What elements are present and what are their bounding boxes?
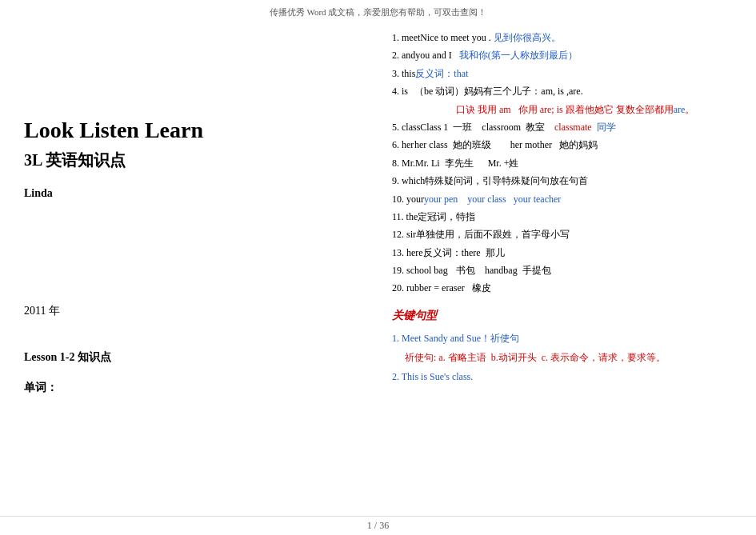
item-num: 19. school bag <box>392 262 456 278</box>
item-num: 10. your <box>392 191 424 207</box>
vocab-item-this: 3. this 反义词：that <box>392 66 740 82</box>
item-num: 8. Mr. <box>392 155 415 171</box>
top-bar-text: 传播优秀 Word 成文稿，亲爱朋您有帮助，可双击查阅！ <box>270 7 487 17</box>
vocab-item-class: 5. class Class 1 一班 classroom 教室 classma… <box>392 119 740 135</box>
left-title-block: Look Listen Learn 3L 英语知识点 Linda 2011 年 … <box>24 118 352 395</box>
key-sentence-1-sub: 祈使句: a. 省略主语 b.动词开头 c. 表示命令，请求，要求等。 <box>392 349 740 365</box>
vocab-item-schoolbag: 19. school bag 书包 handbag 手提包 <box>392 262 740 278</box>
vocab-label: 单词： <box>24 381 352 395</box>
bottom-bar: 1 / 36 <box>0 516 756 535</box>
item-num: 11. the <box>392 209 418 225</box>
item-num: 2. and <box>392 47 415 63</box>
item-num: 5. class <box>392 119 420 135</box>
left-panel: Look Listen Learn 3L 英语知识点 Linda 2011 年 … <box>0 22 376 516</box>
content-area: Look Listen Learn 3L 英语知识点 Linda 2011 年 … <box>0 22 756 516</box>
vocab-item-meet: 1. meet Nice to meet you . 见到你很高兴。 <box>392 30 740 46</box>
vocab-item-is-extra: 口诀 我用 am 你用 are; is 跟着他她它 复数全部都用 are 。 <box>392 102 740 118</box>
year-label: 2011 年 <box>24 304 352 318</box>
item-num: 9. which <box>392 173 425 189</box>
item-num: 13. here <box>392 245 423 261</box>
top-bar: 传播优秀 Word 成文稿，亲爱朋您有帮助，可双击查阅！ <box>0 0 756 22</box>
key-sentence-1: 1. Meet Sandy and Sue！祈使句 <box>392 330 740 346</box>
vocab-item-the: 11. the 定冠词，特指 <box>392 209 740 225</box>
item-num: 12. sir <box>392 226 416 242</box>
vocab-item-mr: 8. Mr. Mr. Li 李先生 Mr. +姓 <box>392 155 740 171</box>
vocab-item-is: 4. is （be 动词）妈妈有三个儿子：am, is ,are. <box>392 83 740 99</box>
vocab-item-rubber: 20. rubber = eraser 橡皮 <box>392 280 740 296</box>
key-sentence-2: 2. This is Sue's class. <box>392 369 740 385</box>
item-num: 20. rubber = eraser <box>392 280 472 296</box>
sub-title: 3L 英语知识点 <box>24 150 352 171</box>
page-container: 传播优秀 Word 成文稿，亲爱朋您有帮助，可双击查阅！ Look Listen… <box>0 0 756 535</box>
item-num: 6. her <box>392 137 414 153</box>
vocab-item-which: 9. which 特殊疑问词，引导特殊疑问句放在句首 <box>392 173 740 189</box>
item-num: 1. meet <box>392 30 420 46</box>
vocab-item-her: 6. her her class 她的班级 her mother 她的妈妈 <box>392 137 740 153</box>
right-panel: 1. meet Nice to meet you . 见到你很高兴。 2. an… <box>376 22 756 516</box>
author-name: Linda <box>24 187 352 200</box>
key-section-title: 关键句型 <box>392 306 740 325</box>
vocab-item-sir: 12. sir 单独使用，后面不跟姓，首字母小写 <box>392 226 740 242</box>
vocab-item-your: 10. your your pen your class your teache… <box>392 191 740 207</box>
main-title: Look Listen Learn <box>24 118 352 143</box>
item-num: 3. this <box>392 66 415 82</box>
page-number: 1 / 36 <box>367 520 389 531</box>
vocab-item-and: 2. and you and I 我和你(第一人称放到最后） <box>392 47 740 63</box>
lesson-label: Lesson 1-2 知识点 <box>24 350 352 365</box>
vocab-item-here: 13. here 反义词：there 那儿 <box>392 245 740 261</box>
item-num: 4. is <box>392 83 414 99</box>
